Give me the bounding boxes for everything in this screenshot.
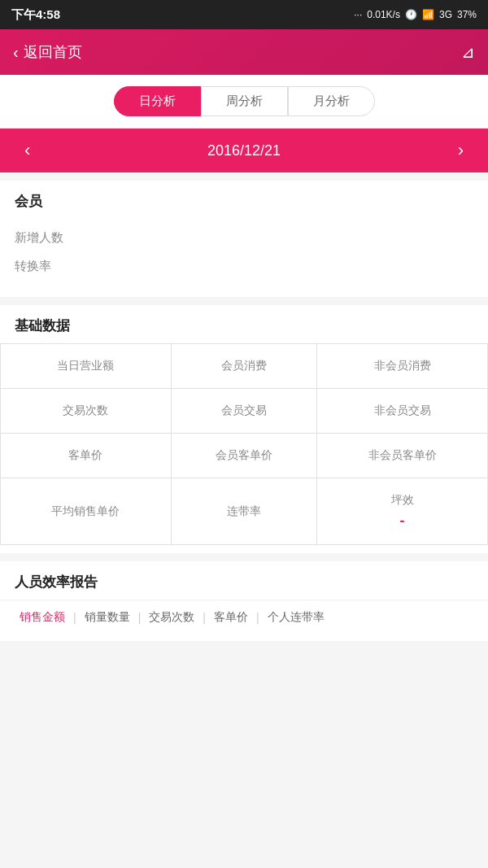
tab-transactions[interactable]: 交易次数 (141, 607, 203, 628)
tab-avg-price[interactable]: 客单价 (206, 607, 256, 628)
basic-data-section: 基础数据 当日营业额 会员消费 非会员消费 交易次数 会员交易 非会员交易 客单… (0, 305, 488, 553)
status-bar: 下午4:58 ··· 0.01K/s 🕐 📶 3G 37% (0, 0, 488, 29)
wifi-icon: 📶 (422, 9, 434, 20)
basic-data-grid: 当日营业额 会员消费 非会员消费 交易次数 会员交易 非会员交易 客单价 会员客… (0, 343, 488, 545)
signal-icon: ··· (354, 9, 362, 20)
staff-tabs: 销售金额 | 销量数量 | 交易次数 | 客单价 | 个人连带率 (0, 600, 488, 641)
tab-monthly[interactable]: 月分析 (288, 86, 375, 116)
attach-rate-cell: 连带率 (171, 478, 316, 545)
non-member-transaction-cell: 非会员交易 (317, 389, 488, 434)
staff-section-title: 人员效率报告 (0, 561, 488, 600)
battery-indicator: 37% (457, 9, 477, 20)
network-icon: 3G (439, 9, 452, 20)
header: ‹ 返回首页 ⊿ (0, 29, 488, 75)
next-date-button[interactable]: › (458, 140, 464, 161)
back-label: 返回首页 (24, 42, 82, 62)
status-right: ··· 0.01K/s 🕐 📶 3G 37% (354, 9, 477, 20)
table-row: 客单价 会员客单价 非会员客单价 (1, 434, 488, 478)
status-time: 下午4:58 (11, 7, 60, 23)
clock-icon: 🕐 (405, 9, 417, 20)
floor-efficiency-label: 坪效 (322, 493, 482, 508)
daily-revenue-cell: 当日营业额 (1, 344, 172, 389)
back-icon: ‹ (13, 43, 19, 62)
floor-efficiency-cell: 坪效 - (317, 478, 488, 545)
floor-efficiency-value: - (322, 513, 482, 530)
table-row: 当日营业额 会员消费 非会员消费 (1, 344, 488, 389)
avg-sale-price-cell: 平均销售单价 (1, 478, 172, 545)
tab-attach-rate[interactable]: 个人连带率 (259, 607, 333, 628)
member-section: 会员 新增人数 转换率 (0, 181, 488, 297)
avg-spend-cell: 客单价 (1, 434, 172, 478)
conversion-rate-row: 转换率 (15, 252, 473, 281)
table-row: 平均销售单价 连带率 坪效 - (1, 478, 488, 545)
non-member-avg-spend-cell: 非会员客单价 (317, 434, 488, 478)
member-transaction-cell: 会员交易 (171, 389, 316, 434)
tab-daily[interactable]: 日分析 (114, 86, 201, 116)
speed-indicator: 0.01K/s (367, 9, 400, 20)
member-spend-cell: 会员消费 (171, 344, 316, 389)
tab-weekly[interactable]: 周分析 (201, 86, 288, 116)
conversion-rate-label: 转换率 (15, 259, 51, 273)
member-avg-spend-cell: 会员客单价 (171, 434, 316, 478)
table-row: 交易次数 会员交易 非会员交易 (1, 389, 488, 434)
member-section-body: 新增人数 转换率 (0, 216, 488, 297)
transaction-count-cell: 交易次数 (1, 389, 172, 434)
member-section-title: 会员 (0, 181, 488, 216)
back-button[interactable]: ‹ 返回首页 (13, 42, 82, 62)
tab-sales-qty[interactable]: 销量数量 (76, 607, 138, 628)
tab-bar: 日分析 周分析 月分析 (0, 75, 488, 129)
basic-data-title: 基础数据 (0, 305, 488, 340)
current-date: 2016/12/21 (207, 142, 281, 159)
new-member-label: 新增人数 (15, 230, 63, 244)
tab-sales-amount[interactable]: 销售金额 (11, 607, 73, 628)
prev-date-button[interactable]: ‹ (24, 140, 30, 161)
non-member-spend-cell: 非会员消费 (317, 344, 488, 389)
filter-icon[interactable]: ⊿ (461, 42, 475, 62)
staff-section: 人员效率报告 销售金额 | 销量数量 | 交易次数 | 客单价 | 个人连带率 (0, 561, 488, 641)
new-member-row: 新增人数 (15, 224, 473, 252)
date-nav: ‹ 2016/12/21 › (0, 129, 488, 172)
